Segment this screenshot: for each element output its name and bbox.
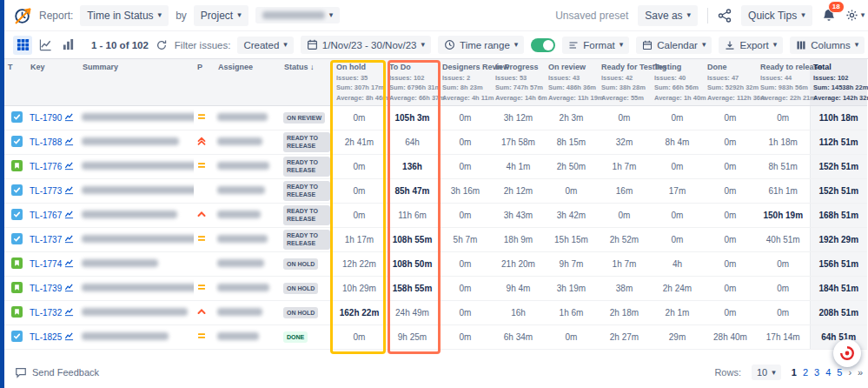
table-view-button[interactable] <box>13 36 32 55</box>
issue-chart-icon[interactable] <box>64 331 74 343</box>
issue-chart-icon[interactable] <box>64 258 74 270</box>
time-cell: 2h 52m <box>598 227 651 251</box>
quick-tips-label: Quick Tips <box>748 10 797 22</box>
refresh-button[interactable] <box>156 39 168 51</box>
project-select-dropdown[interactable]: ▾ <box>255 7 341 23</box>
share-button[interactable] <box>718 9 732 23</box>
quick-tips-dropdown[interactable]: Quick Tips ▾ <box>741 5 812 26</box>
priority-icon <box>196 282 207 292</box>
time-cell: 0m <box>757 105 810 130</box>
issue-summary-blurred <box>82 308 188 316</box>
column-header-done[interactable]: DoneIssues: 47Sum: 5292h 32mAverage: 112… <box>704 59 757 105</box>
column-header-status[interactable]: Status ↓ <box>281 59 333 105</box>
column-header-summary[interactable]: Summary <box>79 59 194 105</box>
assignee-blurred <box>217 186 265 194</box>
issue-key-link[interactable]: TL-1790 <box>30 113 62 123</box>
column-header-in-progress[interactable]: In ProgressIssues: 53Sum: 747h 57mAverag… <box>492 59 545 105</box>
chart-view-button[interactable] <box>36 36 55 55</box>
time-cell: 0m <box>439 324 492 349</box>
page-button-4[interactable]: 4 <box>825 367 831 378</box>
column-header-testing[interactable]: TestingIssues: 40Sum: 66h 56mAverage: 1h… <box>651 59 704 105</box>
column-header-total[interactable]: Total Issues: 102 Sum: 14538h 22m Averag… <box>810 59 867 105</box>
issue-chart-icon[interactable] <box>64 112 74 124</box>
send-feedback-button[interactable]: Send Feedback <box>15 366 99 378</box>
issue-key-link[interactable]: TL-1774 <box>30 259 62 269</box>
table-row: TL-1767 READY TO RELEASE 0m11h 6m0m3h 43… <box>4 203 867 227</box>
time-cell: 0m <box>439 154 492 178</box>
time-cell: 2h 18m <box>598 300 651 324</box>
page-button-2[interactable]: 2 <box>803 367 808 378</box>
column-header-on-hold[interactable]: On holdIssues: 35Sum: 307h 17mAverage: 8… <box>333 59 386 105</box>
issue-key-link[interactable]: TL-1776 <box>30 162 62 171</box>
calendar-dropdown[interactable]: Calendar ▾ <box>636 37 712 54</box>
report-type-dropdown[interactable]: Time in Status ▾ <box>80 5 169 26</box>
assignee-blurred <box>217 137 262 145</box>
issue-chart-icon[interactable] <box>64 234 74 245</box>
time-range-label: Time range <box>460 40 510 50</box>
time-cell: 0m <box>333 178 386 203</box>
issue-key-link[interactable]: TL-1739 <box>30 284 62 293</box>
footer-controls: Rows: 10 ▾ 12345›» <box>714 365 863 380</box>
columns-dropdown[interactable]: Columns ▾ <box>790 37 865 54</box>
issue-chart-icon[interactable] <box>64 161 74 172</box>
priority-icon <box>196 184 207 195</box>
column-header-assignee[interactable]: Assignee <box>215 59 281 105</box>
settings-gear-button[interactable]: ▾ <box>845 9 865 22</box>
export-dropdown[interactable]: Export ▾ <box>719 37 783 54</box>
format-dropdown[interactable]: Format ▾ <box>562 37 629 54</box>
column-header-ready-for-testing[interactable]: Ready for TestingIssues: 42Sum: 38h 28mA… <box>598 59 651 105</box>
time-cell: 28h 40m <box>704 324 757 349</box>
time-cell: 0m <box>704 105 757 130</box>
time-cell: 3h 43m <box>492 203 545 227</box>
by-label: by <box>176 10 187 22</box>
column-header-type[interactable]: T <box>4 59 27 105</box>
time-cell: 64h <box>386 130 439 154</box>
column-header-key[interactable]: Key <box>27 59 79 105</box>
feedback-widget-button[interactable] <box>833 339 861 367</box>
column-header-designers-review[interactable]: Designers ReviewIssues: 2Sum: 8h 23mAver… <box>439 59 492 105</box>
next-page-button[interactable]: › <box>848 367 851 378</box>
column-header-on-review[interactable]: On reviewIssues: 43Sum: 486h 36mAverage:… <box>545 59 598 105</box>
issue-chart-icon[interactable] <box>64 210 74 221</box>
date-range-picker[interactable]: 1/Nov/23 - 30/Nov/23 ▾ <box>301 36 431 54</box>
notifications-bell-button[interactable]: 18 <box>822 9 836 23</box>
clock-icon <box>444 39 455 50</box>
rows-per-page-dropdown[interactable]: 10 ▾ <box>752 365 781 380</box>
issue-key-link[interactable]: TL-1773 <box>30 186 62 196</box>
issue-type-icon <box>11 160 23 171</box>
save-as-button[interactable]: Save as ▾ <box>638 5 698 26</box>
group-by-dropdown[interactable]: Project ▾ <box>194 5 248 26</box>
issue-type-icon <box>11 282 23 293</box>
status-badge: READY TO RELEASE <box>283 132 330 152</box>
issue-type-icon <box>11 136 23 147</box>
issue-chart-icon[interactable] <box>64 137 74 148</box>
issue-key-link[interactable]: TL-1825 <box>30 332 62 342</box>
issue-key-link[interactable]: TL-1732 <box>30 308 62 318</box>
chevron-down-icon: ▾ <box>329 11 334 19</box>
page-button-1[interactable]: 1 <box>792 367 797 378</box>
last-page-button[interactable]: » <box>858 367 863 378</box>
issues-table: T Key Summary P Assignee Status ↓ On hol… <box>4 59 867 350</box>
column-header-to-do[interactable]: To DoIssues: 102Sum: 6796h 31mAverage: 6… <box>386 59 439 105</box>
table-row: TL-1790 ON REVIEW 0m105h 3m0m3h 12m2h 3m… <box>4 105 867 130</box>
format-icon <box>568 40 579 50</box>
column-header-priority[interactable]: P <box>194 59 215 105</box>
issue-key-link[interactable]: TL-1788 <box>30 137 62 147</box>
issue-chart-icon[interactable] <box>64 307 74 318</box>
issue-key-link[interactable]: TL-1767 <box>30 211 62 220</box>
time-range-dropdown[interactable]: Time range ▾ <box>438 36 524 54</box>
column-header-ready-to-release[interactable]: Ready to releaseIssues: 44Sum: 983h 56mA… <box>757 59 810 105</box>
filter-field-dropdown[interactable]: Created ▾ <box>237 37 293 54</box>
page-button-3[interactable]: 3 <box>814 367 819 378</box>
issue-chart-icon[interactable] <box>64 283 74 294</box>
sort-desc-icon[interactable]: ↓ <box>310 63 315 71</box>
issue-chart-icon[interactable] <box>64 185 74 197</box>
page-button-5[interactable]: 5 <box>837 367 842 378</box>
issue-key-link[interactable]: TL-1737 <box>30 235 62 244</box>
time-cell: 2h 50m <box>545 154 598 178</box>
time-cell: 0m <box>704 130 757 154</box>
assignee-blurred <box>217 332 259 340</box>
pivot-view-button[interactable] <box>58 36 77 55</box>
time-cell: 8h 51m <box>757 154 810 178</box>
format-toggle[interactable] <box>531 38 555 52</box>
